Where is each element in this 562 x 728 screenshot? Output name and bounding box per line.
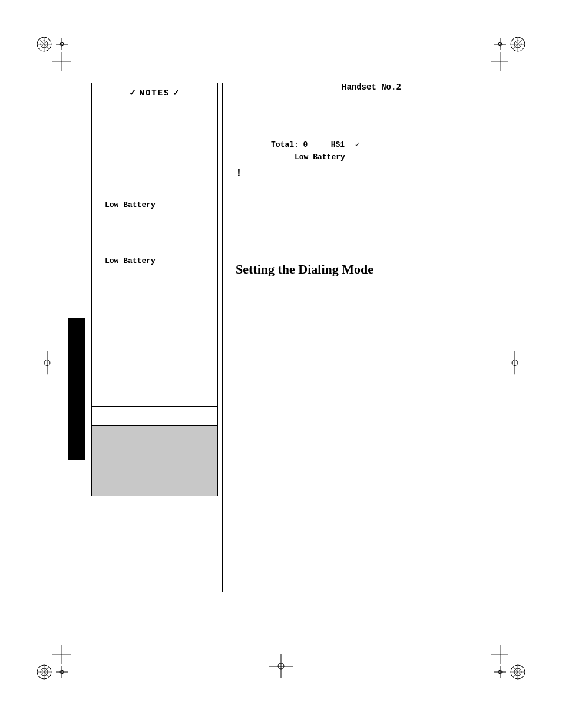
corner-mark-tl (35, 35, 71, 71)
notes-icon-left: ✓ (129, 88, 137, 98)
notes-low-battery-1: Low Battery (105, 200, 210, 209)
notes-low-battery-2: Low Battery (105, 256, 210, 265)
handset-title: Handset No.2 (342, 83, 515, 92)
bottom-center-mark (269, 654, 293, 681)
mid-left-mark (35, 351, 59, 377)
low-battery-right: Low Battery (295, 153, 515, 162)
corner-mark-tr (491, 35, 527, 71)
left-column: ✓ NOTES ✓ Low Battery Low Battery ! IMPO… (91, 83, 218, 496)
important-section: ! IMPORTANT ! (91, 407, 218, 496)
status-checkmark: ✓ (355, 140, 360, 149)
important-body (91, 426, 218, 496)
exclamation-mark: ! (236, 167, 515, 179)
notes-header: ✓ NOTES ✓ (92, 83, 217, 103)
important-header: ! IMPORTANT ! (91, 407, 218, 426)
dialing-mode-section: Setting the Dialing Mode (236, 262, 515, 277)
vertical-divider (222, 83, 223, 592)
bottom-horizontal-line (91, 663, 515, 663)
status-hs1: HS1 (331, 140, 345, 149)
notes-content: Low Battery Low Battery (92, 103, 217, 386)
main-content: ✓ NOTES ✓ Low Battery Low Battery ! IMPO… (91, 83, 515, 651)
corner-mark-bl (35, 645, 71, 681)
notes-box: ✓ NOTES ✓ Low Battery Low Battery (91, 83, 218, 407)
notes-icon-right: ✓ (173, 88, 180, 98)
dialing-mode-heading: Setting the Dialing Mode (236, 262, 515, 277)
notes-label: NOTES (139, 88, 170, 98)
status-line: Total: 0 HS1 ✓ (271, 139, 515, 150)
right-column: Handset No.2 Total: 0 HS1 ✓ Low Battery … (236, 83, 515, 277)
black-sidebar-accent (68, 318, 85, 460)
status-total: Total: 0 (271, 140, 308, 149)
